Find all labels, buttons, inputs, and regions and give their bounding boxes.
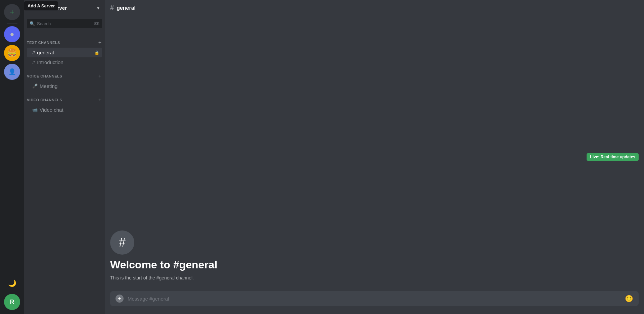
- channel-name-meeting: Meeting: [40, 83, 99, 89]
- add-text-channel-button[interactable]: +: [98, 39, 102, 46]
- user-avatar-r[interactable]: R: [4, 294, 20, 310]
- hash-icon-introduction: #: [32, 59, 35, 65]
- dark-mode-button[interactable]: 🌙: [4, 275, 20, 291]
- main-content: # general Live: Real-time updates # Welc…: [105, 0, 644, 314]
- channel-name-video-chat: Video chat: [40, 107, 99, 113]
- message-input-wrapper: + 🙂: [110, 291, 639, 306]
- lock-icon-general: 🔒: [94, 50, 99, 55]
- server-sidebar: + ● 🍔 👤 🌙 R: [0, 0, 24, 314]
- messages-area: # Welcome to #general This is the start …: [105, 16, 644, 291]
- user-initial: R: [10, 299, 14, 306]
- channel-name-general: general: [37, 50, 92, 55]
- channel-item-general[interactable]: # general 🔒: [27, 48, 102, 57]
- header-channel-name: general: [117, 5, 136, 11]
- main-header: # general Live: Real-time updates: [105, 0, 644, 16]
- server-name: Robert's Server: [30, 5, 67, 11]
- text-channels-label: Text Channels: [27, 41, 60, 45]
- message-input-area: + 🙂: [105, 291, 644, 314]
- channels-list: Text Channels + # general 🔒 # Introducti…: [24, 31, 105, 314]
- welcome-hash-icon: #: [110, 230, 134, 255]
- sidebar-bottom: 🌙 R: [4, 275, 20, 310]
- video-icon: 📹: [32, 107, 38, 112]
- welcome-description: This is the start of the #general channe…: [110, 275, 639, 280]
- video-channels-label: Video Channels: [27, 98, 62, 102]
- add-voice-channel-button[interactable]: +: [98, 72, 102, 80]
- live-badge: Live: Real-time updates: [587, 153, 639, 161]
- voice-channels-category[interactable]: Voice Channels +: [24, 67, 105, 81]
- emoji-button[interactable]: 🙂: [625, 295, 633, 303]
- server-icon-letter: ●: [10, 30, 14, 39]
- message-add-button[interactable]: +: [116, 295, 124, 303]
- channel-sidebar: Add A Server Robert's Server ▾ 🔍 Search …: [24, 0, 105, 314]
- voice-channels-label: Voice Channels: [27, 74, 62, 78]
- add-video-channel-button[interactable]: +: [98, 96, 102, 104]
- text-channels-category[interactable]: Text Channels +: [24, 34, 105, 48]
- microphone-icon: 🎤: [32, 84, 38, 89]
- plus-icon: +: [10, 7, 14, 17]
- header-hash-icon: #: [110, 4, 114, 12]
- server-divider: [7, 23, 17, 23]
- search-icon: 🔍: [30, 21, 35, 26]
- channel-name-introduction: Introduction: [37, 59, 99, 65]
- chevron-down-icon: ▾: [97, 5, 99, 11]
- server-header[interactable]: Add A Server Robert's Server ▾: [24, 0, 105, 16]
- video-channels-category[interactable]: Video Channels +: [24, 91, 105, 105]
- channel-item-introduction[interactable]: # Introduction: [27, 57, 102, 67]
- channel-item-video-chat[interactable]: 📹 Video chat: [27, 105, 102, 115]
- server-avatar-food[interactable]: 🍔: [4, 45, 20, 61]
- search-shortcut: ⌘K: [93, 21, 99, 26]
- server-avatar-1[interactable]: ●: [4, 26, 20, 42]
- search-bar[interactable]: 🔍 Search ⌘K: [27, 19, 102, 28]
- server-avatar-person[interactable]: 👤: [4, 64, 20, 80]
- welcome-title: Welcome to #general: [110, 259, 639, 271]
- hash-icon-general: #: [32, 50, 35, 55]
- header-channel: # general: [110, 4, 136, 12]
- message-input[interactable]: [128, 296, 621, 302]
- add-server-button[interactable]: +: [4, 4, 20, 20]
- channel-item-meeting[interactable]: 🎤 Meeting: [27, 81, 102, 91]
- welcome-section: # Welcome to #general This is the start …: [110, 230, 639, 286]
- search-placeholder: Search: [37, 21, 91, 26]
